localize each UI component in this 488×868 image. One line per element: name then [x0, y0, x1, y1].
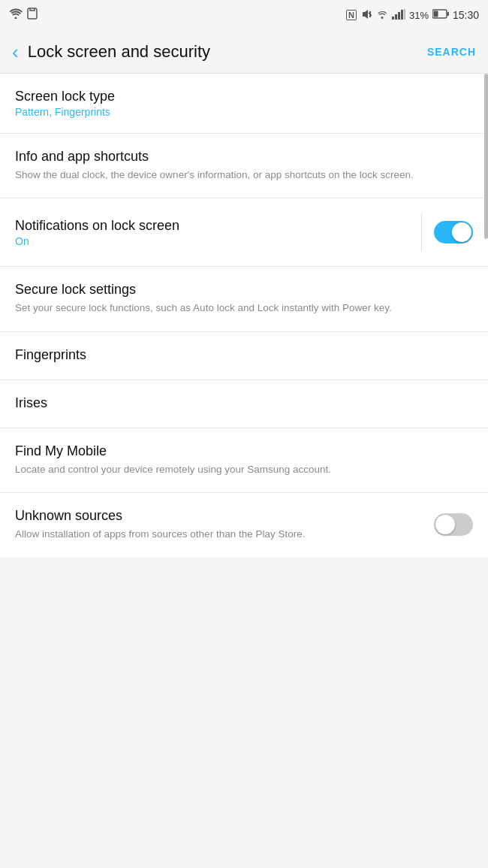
unknown-sources-toggle[interactable]: [434, 513, 473, 536]
header: ‹ Lock screen and security SEARCH: [0, 30, 488, 74]
unknown-sources-title: Unknown sources: [15, 508, 434, 524]
settings-item-fingerprints[interactable]: Fingerprints: [0, 332, 488, 380]
unknown-sources-desc: Allow installation of apps from sources …: [15, 527, 434, 542]
back-button[interactable]: ‹: [12, 42, 19, 62]
mute-icon: [360, 8, 372, 23]
secure-lock-title: Secure lock settings: [15, 282, 473, 298]
svg-rect-11: [433, 11, 438, 17]
scrollbar-track[interactable]: [484, 74, 488, 557]
info-app-shortcuts-desc: Show the dual clock, the device owner's …: [15, 168, 473, 183]
status-time: 15:30: [453, 9, 479, 21]
svg-rect-4: [392, 17, 394, 20]
status-bar-left: [9, 8, 38, 23]
fingerprints-title: Fingerprints: [15, 347, 473, 363]
svg-rect-7: [401, 10, 403, 20]
svg-rect-6: [398, 12, 400, 20]
toggle-divider: [421, 213, 422, 251]
svg-rect-10: [447, 12, 449, 16]
settings-item-unknown-sources[interactable]: Unknown sources Allow installation of ap…: [0, 493, 488, 557]
irises-title: Irises: [15, 395, 473, 411]
settings-item-notifications-lock[interactable]: Notifications on lock screen On: [0, 198, 488, 267]
sim-icon: [27, 8, 38, 23]
nfc-icon: N: [346, 10, 357, 20]
status-bar: N 31%: [0, 0, 488, 30]
notifications-lock-left: Notifications on lock screen On: [15, 218, 409, 247]
settings-item-find-my-mobile[interactable]: Find My Mobile Locate and control your d…: [0, 428, 488, 493]
settings-list: Screen lock type Pattern, Fingerprints I…: [0, 74, 488, 557]
battery-percent: 31%: [409, 10, 429, 21]
signal-bars-icon: [392, 9, 405, 22]
info-app-shortcuts-title: Info and app shortcuts: [15, 149, 473, 165]
settings-item-secure-lock[interactable]: Secure lock settings Set your secure loc…: [0, 267, 488, 331]
settings-item-irises[interactable]: Irises: [0, 380, 488, 428]
find-my-mobile-title: Find My Mobile: [15, 443, 473, 459]
settings-item-info-app-shortcuts[interactable]: Info and app shortcuts Show the dual clo…: [0, 134, 488, 198]
battery-icon: [432, 9, 449, 21]
scrollbar-thumb[interactable]: [484, 74, 488, 239]
status-bar-right: N 31%: [346, 8, 479, 23]
svg-rect-0: [28, 8, 37, 19]
notifications-lock-toggle[interactable]: [434, 221, 473, 243]
svg-marker-1: [363, 10, 368, 19]
wifi-icon: [9, 8, 23, 22]
search-button[interactable]: SEARCH: [427, 46, 476, 58]
notifications-lock-row: Notifications on lock screen On: [15, 213, 473, 251]
svg-rect-8: [404, 9, 405, 20]
notifications-lock-title: Notifications on lock screen: [15, 218, 409, 234]
unknown-sources-left: Unknown sources Allow installation of ap…: [15, 508, 434, 542]
page-title: Lock screen and security: [28, 42, 427, 62]
settings-item-screen-lock-type[interactable]: Screen lock type Pattern, Fingerprints: [0, 74, 488, 134]
unknown-sources-row: Unknown sources Allow installation of ap…: [15, 508, 473, 542]
find-my-mobile-desc: Locate and control your device remotely …: [15, 462, 473, 477]
screen-lock-type-title: Screen lock type: [15, 89, 473, 104]
secure-lock-desc: Set your secure lock functions, such as …: [15, 301, 473, 316]
notifications-lock-status: On: [15, 235, 409, 247]
wifi-signal-icon: [376, 9, 388, 21]
svg-rect-5: [395, 14, 397, 20]
screen-lock-type-subtitle: Pattern, Fingerprints: [15, 106, 473, 118]
settings-content: Screen lock type Pattern, Fingerprints I…: [0, 74, 488, 557]
